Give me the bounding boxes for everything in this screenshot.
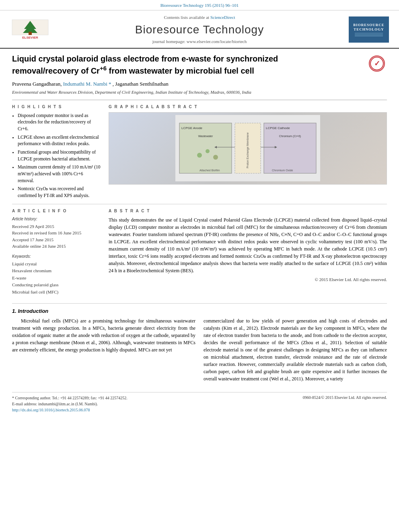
keyword-3: E-waste — [12, 275, 101, 282]
graphical-abstract-image: LCPGE Anode LCPGE Cathode Proton Exchang… — [109, 112, 387, 185]
badge-line2: TECHNOLOGY — [354, 27, 384, 32]
journal-reference-bar: Bioresource Technology 195 (2015) 96–101 — [0, 0, 399, 10]
keywords-block: Keywords: Liquid crystal Hexavalent chro… — [12, 254, 101, 296]
highlights-list: Disposed computer monitor is used as ele… — [12, 112, 101, 199]
keywords-list: Liquid crystal Hexavalent chromium E-was… — [12, 261, 101, 296]
doi-link[interactable]: http://dx.doi.org/10.1016/j.biortech.201… — [12, 407, 128, 413]
crossmark-badge[interactable]: ✓ — [367, 53, 387, 74]
svg-text:Chromium (Cr+6): Chromium (Cr+6) — [279, 135, 301, 138]
journal-badge-area: BIORESOURCE TECHNOLOGY — [347, 16, 391, 44]
corresponding-author-note: * Corresponding author. Tel.: +91 44 225… — [12, 395, 128, 401]
highlight-item-5: Nontoxic Cr₂O₃ was recovered and confirm… — [18, 185, 101, 199]
keyword-2: Hexavalent chromium — [12, 267, 101, 275]
affiliation: Environmental and Water Resources Divisi… — [12, 89, 387, 95]
received-revised-date: Received in revised form 16 June 2015 — [12, 230, 101, 236]
journal-header: ELSEVIER Contents lists available at Sci… — [0, 10, 399, 49]
issn-line: 0960-8524/© 2015 Elsevier Ltd. All right… — [303, 395, 387, 401]
graphical-abstract-label: G R A P H I C A L A B S T R A C T — [109, 104, 387, 110]
svg-text:Proton Exchange Membrane: Proton Exchange Membrane — [246, 132, 249, 168]
main-content: H I G H L I G H T S Disposed computer mo… — [12, 100, 387, 388]
article-info-column: A R T I C L E I N F O Article history: R… — [12, 208, 101, 300]
svg-rect-8 — [179, 123, 232, 173]
svg-point-16 — [197, 153, 202, 158]
abstract-text: This study demonstrates the use of Liqui… — [109, 216, 387, 274]
introduction-two-col: Microbial fuel cells (MFCs) are a promis… — [12, 317, 387, 385]
svg-rect-3 — [29, 32, 32, 35]
article-title: Liquid crystal polaroid glass electrode … — [12, 53, 387, 76]
abstract-content: This study demonstrates the use of Liqui… — [109, 217, 387, 273]
journal-header-center: Contents lists available at ScienceDirec… — [52, 14, 347, 45]
svg-text:✓: ✓ — [374, 60, 380, 68]
journal-homepage: journal homepage: www.elsevier.com/locat… — [52, 39, 347, 45]
highlights-column: H I G H L I G H T S Disposed computer mo… — [12, 104, 101, 201]
abstract-label: A B S T R A C T — [109, 208, 387, 214]
introduction-heading: 1. Introduction — [12, 308, 387, 315]
accepted-date: Accepted 17 June 2015 — [12, 236, 101, 243]
science-direct-link[interactable]: ScienceDirect — [210, 15, 235, 20]
info-abstract-section: A R T I C L E I N F O Article history: R… — [12, 204, 387, 304]
badge-line1: BIORESOURCE — [353, 23, 385, 28]
abstract-column: A B S T R A C T This study demonstrates … — [109, 208, 387, 300]
svg-text:Attached Biofilm: Attached Biofilm — [200, 169, 220, 172]
intro-para-1: Microbial fuel cells (MFCs) are a promis… — [12, 317, 195, 353]
highlight-item-3: Functional groups and biocompatibility o… — [18, 149, 101, 162]
intro-right-col: commercialized due to low yields of powe… — [204, 317, 387, 385]
svg-text:Chromium Oxide: Chromium Oxide — [272, 169, 293, 172]
article-history-block: Article history: Received 29 April 2015 … — [12, 216, 101, 250]
crossmark-icon: ✓ — [369, 55, 385, 72]
keyword-4: Conducting polaroid glass — [12, 281, 101, 289]
highlights-label: H I G H L I G H T S — [12, 104, 101, 110]
keyword-5: Microbial fuel cell (MFC) — [12, 289, 101, 296]
author-1: Praveena Gangadharan, — [12, 81, 63, 87]
svg-rect-10 — [264, 123, 316, 173]
elsevier-logo-area: ELSEVIER — [8, 16, 52, 44]
svg-point-18 — [213, 155, 218, 160]
page: Bioresource Technology 195 (2015) 96–101… — [0, 0, 399, 532]
email-note: E-mail address: indunambi@iitm.ac.in (I.… — [12, 401, 128, 407]
highlight-item-2: LCPGE shows an excellent electrochemical… — [18, 134, 101, 147]
intro-para-2: commercialized due to low yields of powe… — [204, 317, 387, 382]
journal-ref-text: Bioresource Technology 195 (2015) 96–101 — [160, 3, 239, 8]
keywords-label: Keywords: — [12, 254, 101, 259]
highlights-graphical-section: H I G H L I G H T S Disposed computer mo… — [12, 100, 387, 204]
svg-text:Wastewater: Wastewater — [198, 135, 213, 138]
history-label: Article history: — [12, 216, 101, 222]
authors-line: Praveena Gangadharan, Indumathi M. Nambi… — [12, 80, 387, 88]
available-date: Available online 24 June 2015 — [12, 243, 101, 250]
footer-left: * Corresponding author. Tel.: +91 44 225… — [12, 395, 128, 413]
graphical-abstract-column: G R A P H I C A L A B S T R A C T LCPGE … — [109, 104, 387, 201]
journal-title: Bioresource Technology — [52, 22, 347, 37]
ga-image-content: LCPGE Anode LCPGE Cathode Proton Exchang… — [109, 113, 387, 184]
copyright-line: © 2015 Elsevier Ltd. All rights reserved… — [109, 277, 387, 283]
bioresource-badge: BIORESOURCE TECHNOLOGY — [349, 16, 389, 43]
author-3: Jaganathan Senthilnathan — [115, 81, 169, 87]
article-info-label: A R T I C L E I N F O — [12, 208, 101, 214]
highlight-item-4: Maximum current density of 110 mA/m² (10… — [18, 164, 101, 184]
svg-text:ELSEVIER: ELSEVIER — [22, 36, 38, 39]
science-direct-notice: Contents lists available at ScienceDirec… — [52, 14, 347, 21]
doi-anchor[interactable]: http://dx.doi.org/10.1016/j.biortech.201… — [12, 408, 90, 412]
elsevier-logo-icon: ELSEVIER — [10, 18, 50, 42]
highlight-item-1: Disposed computer monitor is used as ele… — [18, 112, 101, 132]
keyword-1: Liquid crystal — [12, 261, 101, 268]
footer-right: 0960-8524/© 2015 Elsevier Ltd. All right… — [303, 395, 387, 401]
title-text: Liquid crystal polaroid glass electrode … — [12, 54, 278, 75]
svg-text:LCPGE Anode: LCPGE Anode — [181, 126, 203, 130]
article-area: Liquid crystal polaroid glass electrode … — [0, 49, 399, 392]
intro-left-col: Microbial fuel cells (MFCs) are a promis… — [12, 317, 195, 385]
introduction-section: 1. Introduction Microbial fuel cells (MF… — [12, 304, 387, 388]
received-date: Received 29 April 2015 — [12, 223, 101, 230]
svg-text:LCPGE Cathode: LCPGE Cathode — [266, 126, 290, 130]
page-footer: * Corresponding author. Tel.: +91 44 225… — [12, 392, 387, 415]
ga-diagram: LCPGE Anode LCPGE Cathode Proton Exchang… — [175, 115, 320, 181]
svg-point-17 — [206, 149, 210, 153]
author-2: Indumathi M. Nambi * — [63, 81, 111, 87]
